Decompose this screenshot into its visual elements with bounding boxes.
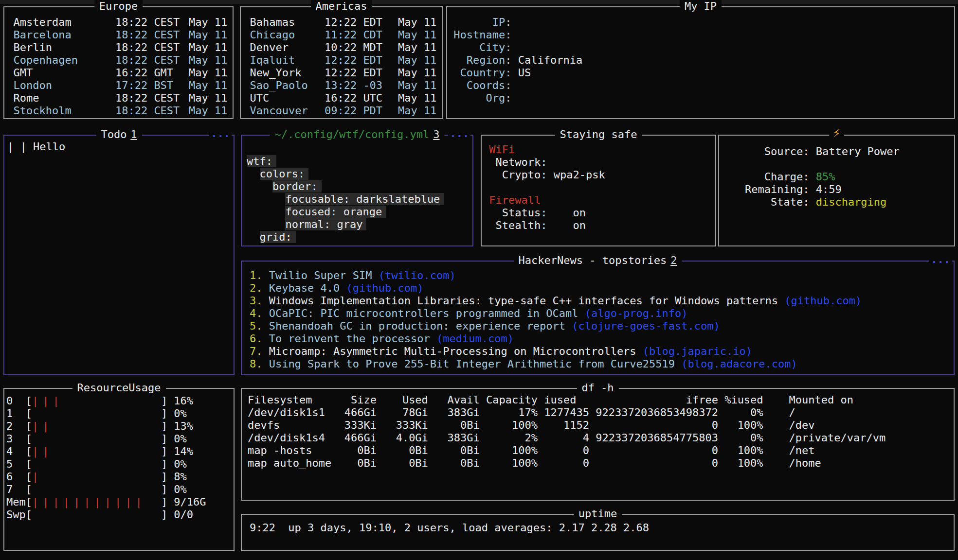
clock-timezone: CEST [154, 29, 181, 41]
panel-title-security: Staying safe [555, 128, 642, 141]
story-title: Keybase 4.0 [269, 282, 346, 294]
clock-city: Sao_Paolo [241, 79, 325, 92]
clock-time: 12:22 [325, 16, 357, 29]
clock-city: Barcelona [4, 29, 115, 41]
clock-date: May 11 [189, 16, 229, 29]
story-domain-link[interactable]: (clojure-goes-fast.com) [572, 320, 720, 332]
gauge-bar [32, 458, 161, 471]
story-rank: 5. [250, 320, 269, 332]
hackernews-story[interactable]: 8. Using Spark to Prove 255-Bit Integer … [242, 358, 954, 370]
clock-row: GMT 16:22 GMT May 11 [4, 67, 233, 79]
story-domain-link[interactable]: (twilio.com) [379, 269, 456, 281]
gauge-value: 13% [174, 420, 193, 433]
story-rank: 8. [250, 358, 269, 370]
my-ip-row: Org: [447, 92, 954, 105]
gauge-bracket-close: ] [161, 483, 167, 496]
hackernews-panel[interactable]: HackerNews - topstories2 ... 1. Twilio S… [241, 261, 955, 375]
gauge-value: 16% [174, 395, 193, 407]
clock-timezone: CDT [363, 29, 390, 41]
story-rank: 3. [250, 295, 269, 307]
clock-city: Chicago [241, 29, 325, 41]
gauge-label: Mem [6, 496, 26, 508]
hackernews-story[interactable]: 7. Microamp: Asymmetric Multi-Processing… [242, 345, 954, 358]
clock-city: Denver [241, 41, 325, 54]
battery-field-label: State: [719, 196, 809, 209]
battery-panel: ⚡ Source: Battery Power Charge: 85% Rema… [718, 135, 955, 246]
config-title-path: ~/.config/wtf/config.yml [274, 128, 429, 140]
config-text: grid: [260, 231, 296, 243]
panel-title-europe: Europe [94, 0, 143, 13]
screen-top-strip [0, 0, 958, 4]
hackernews-story-list: 1. Twilio Super SIM (twilio.com) 2. Keyb… [242, 262, 954, 370]
uptime-panel: uptime 9:22 up 3 days, 19:10, 2 users, l… [241, 514, 955, 551]
my-ip-row: Country: US [447, 67, 954, 79]
story-domain-link[interactable]: (medium.com) [436, 332, 514, 345]
security-line: Firewall [483, 194, 715, 207]
hackernews-story[interactable]: 2. Keybase 4.0 (github.com) [242, 282, 954, 295]
battery-field-value: 85% [816, 171, 835, 183]
lightning-icon: ⚡ [829, 126, 845, 139]
focus-key-badge: 3 [433, 128, 439, 140]
gauge-bracket-close: ] [161, 433, 167, 445]
gauge-bar: || [32, 420, 161, 433]
gauge-bracket-close: ] [161, 508, 167, 521]
clock-city: Vancouver [241, 105, 325, 117]
clock-time: 18:22 [115, 29, 147, 41]
config-line: normal: gray [247, 218, 472, 231]
clock-row: Rome 18:22 CEST May 11 [4, 92, 233, 105]
todo-panel[interactable]: Todo1 ... | | Hello [3, 135, 235, 375]
config-line: border: [247, 180, 472, 193]
gauge-bracket-close: ] [161, 420, 167, 433]
disk-usage-line: /dev/disk1s1 466Gi 78Gi 383Gi 17% 127743… [248, 406, 954, 419]
clock-row: Vancouver 09:22 PDT May 11 [241, 105, 442, 117]
my-ip-field-label: Coords: [447, 79, 511, 92]
config-indent [247, 193, 285, 205]
hackernews-story[interactable]: 5. Shenandoah GC in production: experien… [242, 320, 954, 332]
config-indent [247, 180, 272, 192]
my-ip-field-label: IP: [447, 16, 511, 29]
clock-date: May 11 [189, 54, 229, 67]
gauge-value: 0% [174, 458, 187, 471]
my-ip-field-label: Org: [447, 92, 511, 105]
gauge-bracket-close: ] [161, 471, 167, 483]
resource-gauge-row: 5[]0% [6, 458, 234, 471]
clock-row: Denver 10:22 MDT May 11 [241, 41, 442, 54]
clock-date: May 11 [398, 92, 438, 105]
security-line: Network: [483, 156, 715, 169]
battery-row: Charge: 85% [719, 171, 954, 183]
clock-city: UTC [241, 92, 325, 105]
clock-date: May 11 [398, 54, 438, 67]
hackernews-story[interactable]: 4. OCaPIC: PIC microcontrollers programm… [242, 307, 954, 320]
battery-field-label [719, 158, 809, 171]
clock-city: London [4, 79, 115, 92]
gauge-label: 1 [6, 407, 26, 420]
hackernews-story[interactable]: 6. To reinvent the processor (medium.com… [242, 332, 954, 345]
config-file-panel[interactable]: ~/.config/wtf/config.yml3 ... wtf: color… [241, 135, 473, 246]
battery-row [719, 158, 954, 171]
story-domain-link[interactable]: (github.com) [346, 282, 424, 294]
my-ip-field-list: IP: Hostname: City: Region: California C… [447, 7, 954, 105]
my-ip-row: IP: [447, 16, 954, 29]
story-domain-link[interactable]: (blog.adacore.com) [681, 358, 797, 370]
config-line: focusable: darkslateblue [247, 193, 472, 206]
story-domain-link[interactable]: (github.com) [784, 295, 862, 307]
clock-time: 12:22 [325, 67, 357, 79]
resource-usage-panel: ResourceUsage 0[|||]16% 1[]0% 2[||]13% 3… [3, 388, 235, 551]
hackernews-story[interactable]: 1. Twilio Super SIM (twilio.com) [242, 269, 954, 282]
panel-title-uptime: uptime [574, 508, 622, 520]
gauge-bar: ||| [32, 395, 161, 407]
story-domain-link[interactable]: (algo-prog.info) [585, 307, 688, 319]
story-domain-link[interactable]: (blog.japaric.io) [643, 345, 752, 357]
story-rank: 6. [250, 332, 269, 345]
gauge-bracket-open: [ [26, 471, 32, 483]
config-text: border: [272, 180, 322, 192]
todo-item[interactable]: | | Hello [7, 140, 231, 153]
gauge-bar [32, 433, 161, 445]
resource-usage-rows: 0[|||]16% 1[]0% 2[||]13% 3[]0% 4[||]14% … [4, 389, 234, 521]
clock-city: Bahamas [241, 16, 325, 29]
gauge-label: 4 [6, 445, 26, 458]
clock-time: 11:22 [325, 29, 357, 41]
gauge-value: 8% [174, 471, 187, 483]
hackernews-story[interactable]: 3. Windows Implementation Libraries: typ… [242, 295, 954, 307]
gauge-bar: ||||||||||| [32, 496, 161, 508]
